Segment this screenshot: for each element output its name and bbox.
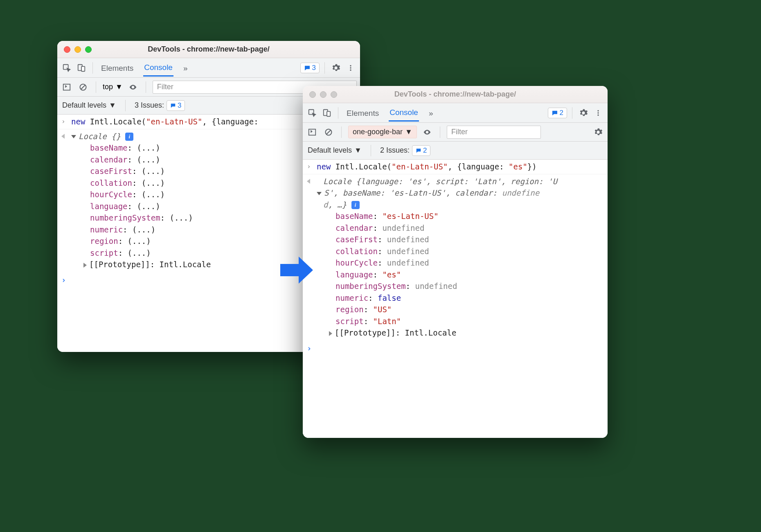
tab-console[interactable]: Console	[389, 104, 419, 122]
tab-elements[interactable]: Elements	[346, 105, 380, 121]
levels-bar: Default levels▼ 2 Issues: 2	[303, 142, 608, 160]
levels-selector[interactable]: Default levels▼	[308, 146, 362, 155]
svg-point-13	[597, 112, 599, 113]
context-selector[interactable]: top▼	[103, 83, 123, 91]
object-property[interactable]: hourCycle: undefined	[317, 257, 605, 269]
svg-point-12	[597, 110, 599, 111]
svg-rect-6	[63, 84, 70, 90]
inspect-icon[interactable]	[306, 107, 318, 119]
gear-icon[interactable]	[592, 126, 604, 138]
object-property[interactable]: numeric: false	[317, 292, 605, 304]
svg-point-4	[350, 67, 351, 68]
close-icon[interactable]	[64, 46, 70, 53]
svg-line-17	[326, 130, 331, 134]
filter-input[interactable]: Filter	[447, 126, 541, 139]
svg-point-3	[350, 65, 351, 66]
arrow-icon	[278, 254, 315, 286]
devtools-toolbar: Elements Console » 2	[303, 103, 608, 123]
clear-console-icon[interactable]	[322, 126, 335, 138]
object-property[interactable]: script: "Latn"	[317, 316, 605, 327]
eye-icon[interactable]	[127, 81, 139, 93]
devtools-window-right: DevTools - chrome://new-tab-page/ Elemen…	[303, 86, 608, 438]
close-icon[interactable]	[309, 91, 316, 98]
svg-point-14	[597, 114, 599, 115]
svg-rect-2	[81, 66, 85, 71]
minimize-icon[interactable]	[74, 46, 81, 53]
zoom-icon[interactable]	[331, 91, 337, 98]
sidebar-toggle-icon[interactable]	[61, 81, 73, 93]
traffic-lights[interactable]	[303, 91, 337, 98]
console-input-row: › new Intl.Locale("en-Latn-US", {languag…	[303, 160, 608, 174]
tab-elements[interactable]: Elements	[100, 60, 134, 76]
tab-more[interactable]: »	[182, 60, 189, 76]
context-selector[interactable]: one-google-bar▼	[348, 126, 417, 138]
levels-selector[interactable]: Default levels▼	[62, 101, 116, 110]
clear-console-icon[interactable]	[77, 81, 89, 93]
info-icon[interactable]: i	[125, 133, 133, 141]
devtools-toolbar: Elements Console » 3	[57, 58, 360, 78]
window-title: DevTools - chrome://new-tab-page/	[303, 90, 608, 99]
console-filterbar: one-google-bar▼ Filter	[303, 123, 608, 142]
zoom-icon[interactable]	[85, 46, 92, 53]
svg-rect-15	[309, 129, 316, 135]
info-icon[interactable]: i	[351, 201, 360, 209]
tab-more[interactable]: »	[428, 105, 434, 121]
gear-icon[interactable]	[577, 107, 590, 119]
traffic-lights[interactable]	[57, 46, 92, 53]
issues-button[interactable]: 3 Issues: 3	[135, 100, 185, 111]
console-result-row: Locale {language: 'es', script: 'Latn', …	[303, 174, 608, 340]
kebab-icon[interactable]	[592, 107, 604, 119]
object-property[interactable]: caseFirst: undefined	[317, 234, 605, 246]
messages-badge[interactable]: 3	[300, 63, 320, 73]
object-property[interactable]: collation: undefined	[317, 246, 605, 257]
messages-badge[interactable]: 2	[548, 108, 567, 118]
console-output[interactable]: › new Intl.Locale("en-Latn-US", {languag…	[303, 160, 608, 438]
inspect-icon[interactable]	[61, 62, 73, 74]
console-prompt[interactable]: ›	[303, 340, 608, 357]
svg-rect-11	[327, 111, 330, 116]
issues-button[interactable]: 2 Issues: 2	[380, 145, 431, 156]
panel-tabs: Elements Console »	[98, 59, 189, 77]
gear-icon[interactable]	[330, 62, 342, 74]
device-toggle-icon[interactable]	[321, 107, 333, 119]
titlebar[interactable]: DevTools - chrome://new-tab-page/	[303, 86, 608, 103]
sidebar-toggle-icon[interactable]	[306, 126, 318, 138]
object-property[interactable]: language: "es"	[317, 269, 605, 281]
object-property[interactable]: baseName: "es-Latn-US"	[317, 210, 605, 222]
object-property[interactable]: region: "US"	[317, 304, 605, 316]
panel-tabs: Elements Console »	[343, 104, 434, 122]
object-property[interactable]: numberingSystem: undefined	[317, 280, 605, 292]
object-property[interactable]: calendar: undefined	[317, 222, 605, 234]
tab-console[interactable]: Console	[143, 59, 173, 77]
kebab-icon[interactable]	[344, 62, 357, 74]
window-title: DevTools - chrome://new-tab-page/	[57, 45, 360, 54]
minimize-icon[interactable]	[320, 91, 326, 98]
svg-line-8	[81, 85, 85, 89]
titlebar[interactable]: DevTools - chrome://new-tab-page/	[57, 41, 360, 58]
device-toggle-icon[interactable]	[75, 62, 88, 74]
svg-point-5	[350, 69, 351, 70]
eye-icon[interactable]	[421, 126, 433, 138]
